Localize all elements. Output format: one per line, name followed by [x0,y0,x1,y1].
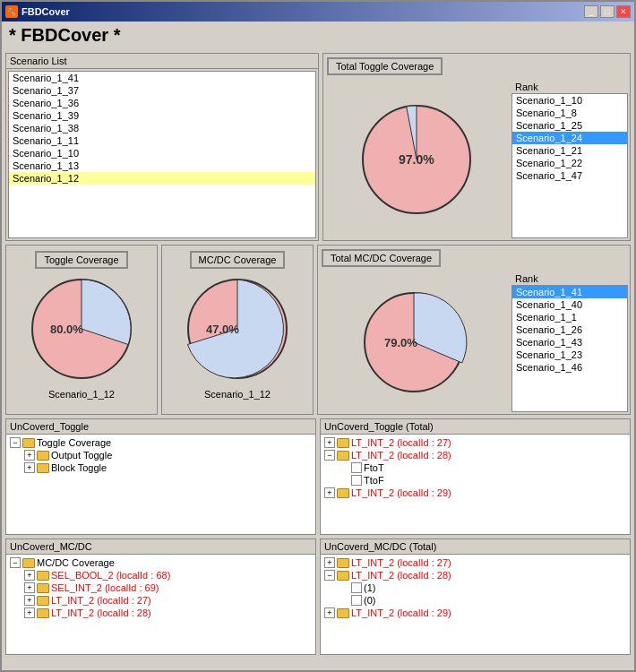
tree-toggle[interactable]: + [324,607,335,618]
file-icon [351,462,362,473]
scenario-list-item[interactable]: Scenario_1_37 [9,84,315,97]
tree-toggle[interactable]: + [24,595,35,606]
toggle-cov-pct: 80.0% [50,323,83,336]
tree-item[interactable]: +LT_INT_2 (localId : 29) [322,607,628,619]
tree-item[interactable]: −LT_INT_2 (localId : 28) [322,569,628,582]
rank-mcdc-item[interactable]: Scenario_1_41 [512,286,627,298]
scenario-list-item[interactable]: Scenario_1_12 [9,172,315,185]
uncovered-mcdc-tree[interactable]: −MC/DC Coverage+SEL_BOOL_2 (localId : 68… [6,555,315,654]
scenario-list-item[interactable]: Scenario_1_11 [9,134,315,147]
tree-toggle[interactable]: + [24,607,35,618]
uncovered-toggle-total-tree[interactable]: +LT_INT_2 (localId : 27)−LT_INT_2 (local… [321,435,630,534]
tree-text: SEL_INT_2 (localId : 69) [51,582,159,593]
mcdc-coverage-button[interactable]: MC/DC Coverage [190,251,286,269]
window-title: FBDCover [21,6,70,17]
folder-icon [37,583,49,593]
uncovered-toggle-total-label: UnCoverd_Toggle (Total) [321,419,630,435]
uncovered-toggle-label: UnCoverd_Toggle [6,419,315,435]
tree-toggle[interactable]: + [24,450,35,461]
rank-toggle-item[interactable]: Scenario_1_25 [512,119,627,132]
tree-text: LT_INT_2 (localId : 27) [351,437,451,448]
scenario-list-item[interactable]: Scenario_1_10 [9,147,315,159]
tree-item[interactable]: +LT_INT_2 (localId : 27) [322,556,628,569]
tree-toggle[interactable]: + [24,570,35,581]
tree-item[interactable]: −LT_INT_2 (localId : 28) [322,449,628,461]
rank-toggle-item[interactable]: Scenario_1_10 [512,94,627,107]
tree-toggle[interactable]: − [10,437,21,448]
total-toggle-button[interactable]: Total Toggle Coverage [327,57,443,75]
rank-mcdc-item[interactable]: Scenario_1_1 [512,311,627,323]
close-button[interactable]: ✕ [616,5,631,18]
tree-item[interactable]: −MC/DC Coverage [8,556,314,569]
rank-list-mcdc: Rank Scenario_1_41Scenario_1_40Scenario_… [511,272,628,412]
rank-listbox-toggle[interactable]: Scenario_1_10Scenario_1_8Scenario_1_25Sc… [511,93,628,238]
toggle-coverage-button[interactable]: Toggle Coverage [35,251,127,269]
mcdc-cov-scenario: Scenario_1_12 [204,389,271,400]
folder-icon [37,596,49,606]
rank-mcdc-item[interactable]: Scenario_1_26 [512,323,627,336]
folder-icon [337,608,349,618]
tree-toggle[interactable]: − [324,450,335,461]
scenario-list-item[interactable]: Scenario_1_39 [9,109,315,122]
tree-toggle[interactable]: + [24,582,35,593]
scenario-list-item[interactable]: Scenario_1_13 [9,159,315,172]
maximize-button[interactable]: □ [600,5,615,18]
tree-text: Output Toggle [51,450,112,461]
tree-toggle[interactable]: + [324,437,335,448]
uncovered-toggle-tree[interactable]: −Toggle Coverage+Output Toggle+Block Tog… [6,435,315,534]
tree-item[interactable]: +Output Toggle [8,449,314,461]
scenario-listbox[interactable]: Scenario_1_41Scenario_1_37Scenario_1_36S… [8,71,316,238]
tree-item[interactable]: TtoF [322,474,628,487]
rank-toggle-item[interactable]: Scenario_1_8 [512,107,627,119]
tree-toggle[interactable]: + [324,487,335,498]
tree-text: Toggle Coverage [37,437,111,448]
tree-item[interactable]: +LT_INT_2 (localId : 28) [8,607,314,619]
top-row: Scenario List Scenario_1_41Scenario_1_37… [5,53,631,241]
scenario-list-item[interactable]: Scenario_1_38 [9,122,315,134]
window-controls: _ □ ✕ [584,5,631,18]
mcdc-coverage-panel: MC/DC Coverage 47.0% Scenario_1_12 [161,245,314,415]
minimize-button[interactable]: _ [584,5,598,18]
scenario-list-item[interactable]: Scenario_1_41 [9,72,315,84]
folder-icon [22,558,35,568]
tree-text: FtoT [364,462,384,473]
uncovered-mcdc-panel: UnCoverd_MC/DC −MC/DC Coverage+SEL_BOOL_… [5,538,316,655]
tree-item[interactable]: FtoT [322,461,628,474]
rank-mcdc-item[interactable]: Scenario_1_23 [512,349,627,361]
main-content: Scenario List Scenario_1_41Scenario_1_37… [2,49,634,670]
tree-toggle[interactable]: + [24,462,35,473]
tree-item[interactable]: +Block Toggle [8,461,314,474]
tree-toggle[interactable]: + [324,557,335,568]
tree-text: LT_INT_2 (localId : 28) [351,570,451,581]
bottom-rows: UnCoverd_Toggle −Toggle Coverage+Output … [5,418,631,667]
tree-item[interactable]: +SEL_BOOL_2 (localId : 68) [8,569,314,582]
rank-mcdc-item[interactable]: Scenario_1_46 [512,361,627,374]
toggle-coverage-panel: Toggle Coverage 80.0% Scenario_1_12 [5,245,158,415]
rank-toggle-item[interactable]: Scenario_1_21 [512,144,627,157]
total-mcdc-button[interactable]: Total MC/DC Coverage [322,249,441,267]
rank-toggle-item[interactable]: Scenario_1_24 [512,132,627,144]
tree-item[interactable]: (1) [322,582,628,594]
tree-item[interactable]: +LT_INT_2 (localId : 27) [8,594,314,607]
rank-mcdc-item[interactable]: Scenario_1_40 [512,298,627,311]
total-mcdc-pie: 79.0% [356,284,472,401]
tree-text: SEL_BOOL_2 (localId : 68) [51,570,170,581]
total-mcdc-inner: 79.0% Rank Scenario_1_41Scenario_1_40Sce… [318,271,630,414]
uncovered-toggle-total-panel: UnCoverd_Toggle (Total) +LT_INT_2 (local… [320,418,631,535]
uncovered-mcdc-total-tree[interactable]: +LT_INT_2 (localId : 27)−LT_INT_2 (local… [321,555,630,654]
tree-item[interactable]: −Toggle Coverage [8,436,314,449]
tree-item[interactable]: +LT_INT_2 (localId : 27) [322,436,628,449]
tree-toggle[interactable]: − [10,557,21,568]
tree-toggle[interactable]: − [324,570,335,581]
rank-mcdc-item[interactable]: Scenario_1_43 [512,336,627,349]
rank-list-toggle: Rank Scenario_1_10Scenario_1_8Scenario_1… [511,81,628,238]
tree-item[interactable]: +SEL_INT_2 (localId : 69) [8,582,314,594]
tree-text: TtoF [364,475,384,486]
mcdc-cov-pct: 47.0% [206,323,239,336]
tree-item[interactable]: +LT_INT_2 (localId : 29) [322,487,628,499]
rank-toggle-item[interactable]: Scenario_1_47 [512,169,627,182]
scenario-list-item[interactable]: Scenario_1_36 [9,97,315,109]
rank-toggle-item[interactable]: Scenario_1_22 [512,157,627,169]
rank-listbox-mcdc[interactable]: Scenario_1_41Scenario_1_40Scenario_1_1Sc… [511,285,628,412]
tree-item[interactable]: (0) [322,594,628,607]
